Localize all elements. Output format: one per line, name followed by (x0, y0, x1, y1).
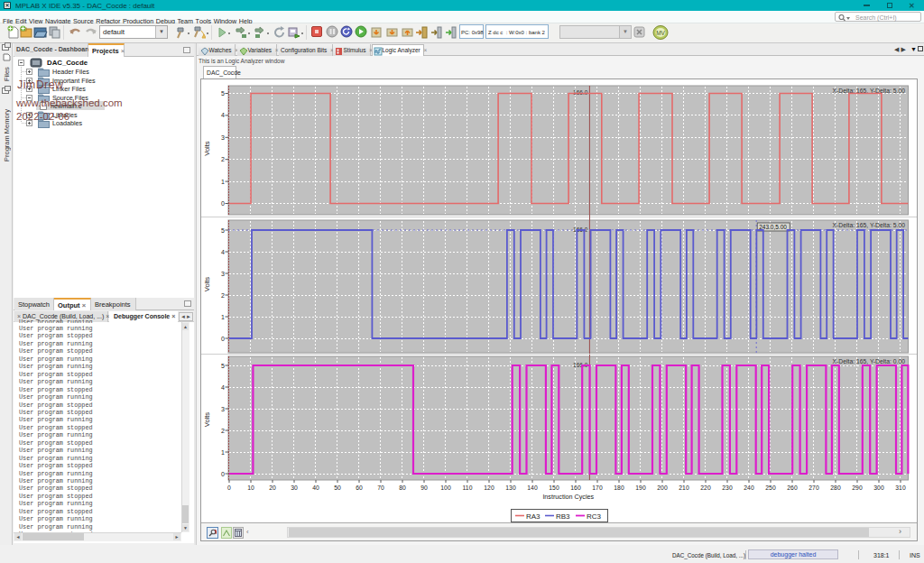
svg-text:190: 190 (635, 485, 646, 491)
svg-text:270: 270 (808, 485, 819, 491)
svg-text:X-Delta: 165, Y-Delta: 0.00: X-Delta: 165, Y-Delta: 0.00 (833, 358, 906, 365)
svg-text:10: 10 (247, 485, 254, 491)
svg-text:20: 20 (269, 485, 276, 491)
svg-text:40: 40 (312, 485, 319, 491)
svg-text:RA3: RA3 (526, 512, 541, 521)
svg-text:4: 4 (221, 112, 225, 118)
svg-text:90: 90 (420, 485, 428, 491)
svg-text:2: 2 (221, 428, 225, 434)
svg-text:5: 5 (221, 363, 225, 369)
svg-text:100: 100 (440, 485, 451, 491)
svg-text:0: 0 (221, 200, 225, 207)
svg-text:240: 240 (744, 485, 754, 491)
svg-text:250: 250 (765, 485, 776, 491)
svg-text:60: 60 (356, 485, 363, 491)
svg-text:210: 210 (679, 485, 689, 491)
svg-text:2: 2 (221, 292, 225, 299)
svg-text:3: 3 (221, 406, 225, 412)
svg-text:Volts: Volts (203, 412, 211, 428)
svg-text:290: 290 (852, 485, 863, 491)
svg-text:50: 50 (334, 485, 341, 491)
svg-text:Volts: Volts (203, 141, 211, 156)
svg-text:70: 70 (377, 485, 384, 491)
svg-text:230: 230 (722, 485, 733, 491)
svg-text:0: 0 (221, 471, 225, 477)
svg-text:3: 3 (221, 271, 225, 277)
svg-text:150: 150 (549, 485, 559, 491)
svg-text:300: 300 (873, 485, 884, 491)
svg-text:280: 280 (830, 485, 841, 491)
svg-text:4: 4 (221, 249, 225, 255)
svg-text:1: 1 (221, 314, 225, 320)
svg-text:X-Delta: 165, Y-Delta: 5.00: X-Delta: 165, Y-Delta: 5.00 (833, 88, 906, 94)
svg-text:140: 140 (527, 485, 538, 491)
svg-text:243.0,5.00: 243.0,5.00 (759, 224, 787, 230)
svg-text:0: 0 (221, 336, 225, 342)
svg-text:4: 4 (221, 384, 225, 391)
svg-text:160: 160 (570, 485, 581, 491)
svg-text:X-Delta: 165, Y-Delta: 5.00: X-Delta: 165, Y-Delta: 5.00 (833, 222, 906, 228)
svg-text:2: 2 (221, 156, 225, 162)
svg-text:RB3: RB3 (556, 512, 570, 521)
svg-text:5: 5 (221, 90, 225, 97)
svg-text:1: 1 (221, 179, 225, 185)
svg-text:200: 200 (657, 485, 668, 491)
svg-text:5: 5 (221, 227, 225, 234)
svg-text:260: 260 (787, 485, 798, 491)
svg-text:MV: MV (656, 30, 665, 36)
svg-text:170: 170 (592, 485, 603, 491)
svg-text:120: 120 (484, 485, 494, 491)
svg-text:220: 220 (700, 485, 711, 491)
svg-text:130: 130 (505, 485, 516, 491)
svg-text:Volts: Volts (203, 277, 211, 292)
svg-text:RC3: RC3 (587, 512, 602, 521)
svg-text:Instruction Cycles: Instruction Cycles (542, 493, 594, 501)
svg-text:110: 110 (463, 485, 473, 491)
svg-text:30: 30 (291, 485, 298, 491)
svg-text:0: 0 (227, 485, 231, 491)
svg-text:180: 180 (614, 485, 624, 491)
svg-text:310: 310 (895, 485, 906, 491)
svg-text:3: 3 (221, 134, 225, 141)
svg-text:166.0: 166.0 (573, 226, 588, 233)
svg-text:1: 1 (221, 449, 225, 456)
svg-text:80: 80 (399, 485, 406, 491)
svg-text:166.0: 166.0 (573, 89, 588, 96)
